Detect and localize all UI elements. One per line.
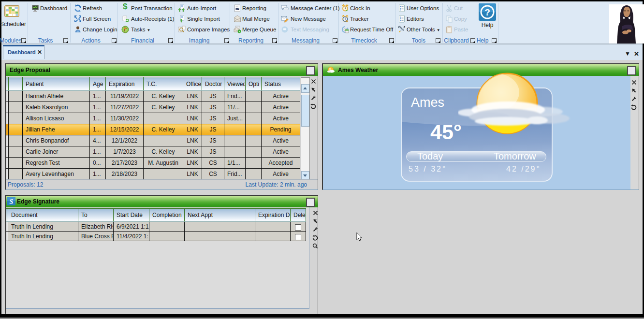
svg-text:?: ? <box>484 7 490 17</box>
svg-text:S: S <box>10 198 14 205</box>
